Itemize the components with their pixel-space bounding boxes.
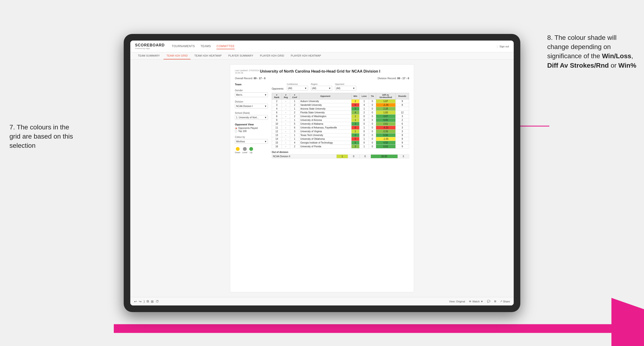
radio-top100[interactable]: Top 100 — [235, 130, 268, 133]
cell-rank: 2 — [272, 99, 282, 103]
nav-tournaments[interactable]: TOURNAMENTS — [172, 44, 195, 49]
cell-conf: 4 — [290, 141, 299, 145]
subnav-team-h2h-grid[interactable]: TEAM H2H GRID — [164, 52, 190, 59]
cell-rank: 9 — [272, 118, 282, 122]
cell-loss: 0 — [359, 133, 369, 137]
cell-opponent: Texas Tech University — [299, 133, 351, 137]
undo-icon[interactable]: ↩ — [134, 300, 137, 303]
cell-rounds: 3 — [396, 126, 409, 130]
legend-dot-level — [243, 147, 247, 151]
cell-conf: 1 — [290, 133, 299, 137]
logo-area: SCOREBOARD Powered by clippi — [135, 43, 165, 49]
comment-button[interactable]: 💬 — [487, 300, 490, 303]
left-panel: Team Gender Men's ▼ Division — [235, 83, 268, 158]
table-row: 9 - 1 University of Arizona 1 0 0 9.00 2 — [272, 118, 409, 122]
cell-tie: 0 — [369, 141, 376, 145]
table-row: 4 - 1 Arizona State University 5 1 0 2.2… — [272, 107, 409, 111]
data-table: #Rank #Reg #Conf Opponent Win Loss Tie D… — [272, 93, 409, 149]
cell-tie: 0 — [369, 137, 376, 141]
opponent-dropdown[interactable]: (All)▼ — [335, 86, 356, 91]
subnav-player-h2h-grid[interactable]: PLAYER H2H GRID — [257, 52, 287, 59]
cell-reg: - — [282, 99, 290, 103]
sign-out-button[interactable]: Sign out — [500, 45, 509, 48]
card-title: University of North Carolina Head-to-Hea… — [260, 69, 381, 74]
nav-teams[interactable]: TEAMS — [201, 44, 211, 49]
region-filter: Region (All)▼ — [311, 83, 332, 91]
cell-rounds: 9 — [396, 141, 409, 145]
cell-reg: - — [282, 118, 290, 122]
record-row: Overall Record: 89 - 17 - 0 Division Rec… — [235, 77, 409, 80]
cell-opponent: University of Arkansas, Fayetteville — [299, 126, 351, 130]
card-body: Team Gender Men's ▼ Division — [235, 83, 409, 158]
subnav-team-summary[interactable]: TEAM SUMMARY — [135, 52, 163, 59]
filters-row: Opponents: Conference (All)▼ Region — [272, 83, 409, 91]
nav-committee[interactable]: COMMITTEE — [216, 44, 235, 49]
division-section: Division NCAA Division I ▼ — [235, 100, 268, 108]
cell-loss: 1 — [359, 99, 369, 103]
division-dropdown[interactable]: NCAA Division I ▼ — [235, 104, 268, 108]
cell-rank: 16 — [272, 145, 282, 149]
cell-win: 5 — [351, 141, 359, 145]
cell-rounds: 3 — [396, 115, 409, 118]
watch-button[interactable]: 👁 Watch ▼ — [469, 300, 483, 303]
gender-dropdown[interactable]: Men's ▼ — [235, 92, 268, 97]
cell-win: 2 — [351, 99, 359, 103]
col-rounds: Rounds — [396, 93, 409, 99]
cell-diff: 5.56 — [376, 133, 396, 137]
nav-bar: SCOREBOARD Powered by clippi TOURNAMENTS… — [130, 40, 514, 52]
redo-icon[interactable]: ↪ — [139, 300, 142, 303]
cell-opponent: Vanderbilt University — [299, 103, 351, 107]
colour-by-label: Colour by — [235, 136, 268, 138]
legend-down: Down — [235, 147, 240, 154]
colour-by-dropdown[interactable]: Win/loss ▼ — [235, 139, 268, 144]
opponent-label: Opponent — [335, 83, 356, 85]
cell-conf: 1 — [290, 137, 299, 141]
cell-reg: - — [282, 111, 290, 115]
table-row: 14 - 1 University of Oklahoma 0 1 0 -1.0… — [272, 137, 409, 141]
cell-win: 3 — [351, 145, 359, 149]
cell-reg: - — [282, 130, 290, 133]
out-division-header: Out of division — [272, 151, 409, 154]
cell-loss: 1 — [359, 107, 369, 111]
grid-button[interactable]: ⊞ — [494, 300, 496, 303]
opponent-view-section: Opponent View Opponents Played Top 100 — [235, 123, 268, 133]
radio-dot-selected — [235, 127, 237, 129]
forward-icon[interactable]: ⟩ — [144, 300, 145, 303]
division-record-label: Division Record: — [378, 77, 396, 80]
out-division-row: NCAA Division II 1 0 0 26.00 3 — [272, 155, 409, 158]
timer-icon[interactable]: ⏱ — [156, 300, 159, 303]
share-button[interactable]: ↗ Share — [500, 300, 510, 303]
copy-icon[interactable]: ⧉ — [146, 299, 149, 303]
cell-conf: 2 — [290, 103, 299, 107]
layout-icon[interactable]: ⊞ — [151, 300, 154, 303]
last-updated: Last Updated: 27/03/2024 16:55:38 — [235, 69, 260, 74]
gender-label: Gender — [235, 89, 268, 92]
cell-loss: 0 — [359, 118, 369, 122]
cell-rank: 11 — [272, 126, 282, 130]
overall-record-value: 89 - 17 - 0 — [254, 77, 265, 80]
cell-rank: 10 — [272, 122, 282, 126]
subnav-player-summary[interactable]: PLAYER SUMMARY — [226, 52, 256, 59]
subnav-player-h2h-heatmap[interactable]: PLAYER H2H HEATMAP — [288, 52, 324, 59]
cell-diff: -1.00 — [376, 137, 396, 141]
cell-rounds — [396, 107, 409, 111]
cell-rounds: 3 — [396, 130, 409, 133]
radio-opponents-played[interactable]: Opponents Played — [235, 127, 268, 129]
legend-level: Level — [242, 147, 248, 154]
cell-tie: 0 — [369, 130, 376, 133]
card: Last Updated: 27/03/2024 16:55:38 Univer… — [230, 64, 414, 292]
cell-rank: 4 — [272, 107, 282, 111]
school-dropdown[interactable]: 1. University of Nort... ▼ — [235, 115, 268, 120]
col-tie: Tie — [369, 93, 376, 99]
conference-dropdown[interactable]: (All)▼ — [287, 86, 308, 91]
region-dropdown[interactable]: (All)▼ — [311, 86, 332, 91]
radio-dot-unselected — [235, 130, 237, 133]
cell-diff: -4.33 — [376, 126, 396, 130]
cell-rounds: 9 — [396, 137, 409, 141]
subnav-team-h2h-heatmap[interactable]: TEAM H2H HEATMAP — [192, 52, 224, 59]
out-div-tie: 0 — [359, 155, 371, 158]
tablet-device: SCOREBOARD Powered by clippi TOURNAMENTS… — [124, 34, 520, 312]
logo-text: SCOREBOARD — [135, 43, 165, 47]
cell-win: 3 — [351, 133, 359, 137]
cell-loss: 0 — [359, 122, 369, 126]
